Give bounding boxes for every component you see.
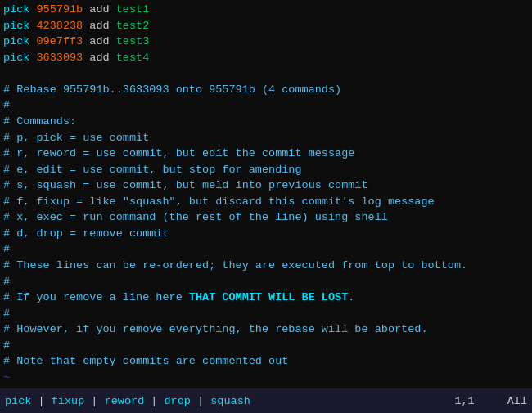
editor-line: # p, pick = use commit	[3, 130, 529, 146]
editor-line: #	[3, 274, 529, 290]
code-editor[interactable]: pick 955791b add test1pick 4238238 add t…	[0, 0, 532, 388]
editor-line: pick 3633093 add test4	[3, 50, 529, 66]
editor-line: # f, fixup = like "squash", but discard …	[3, 194, 529, 210]
editor-line: # Note that empty commits are commented …	[3, 353, 529, 370]
editor-line: # Rebase 955791b..3633093 onto 955791b (…	[3, 82, 529, 98]
editor-line: #	[3, 241, 529, 258]
scroll-position: All	[507, 395, 527, 407]
editor-line: # d, drop = remove commit	[3, 226, 529, 242]
statusbar-position: 1,1 All	[454, 395, 527, 407]
statusbar-commands: pick | fixup | reword | drop | squash	[5, 395, 454, 407]
editor-line: # x, exec = run command (the rest of the…	[3, 209, 529, 226]
editor-line	[3, 65, 529, 82]
editor-line: # Commands:	[3, 114, 529, 130]
editor-line: pick 955791b add test1	[3, 2, 529, 18]
editor-line: #	[3, 306, 529, 322]
vim-statusbar: pick | fixup | reword | drop | squash 1,…	[0, 388, 532, 413]
editor-line: pick 09e7ff3 add test3	[3, 34, 529, 50]
editor-line: # If you remove a line here THAT COMMIT …	[3, 290, 529, 306]
editor-line: # These lines can be re-ordered; they ar…	[3, 258, 529, 274]
editor-line: pick 4238238 add test2	[3, 18, 529, 34]
editor-line: ~	[3, 370, 529, 386]
cursor-position: 1,1	[454, 395, 474, 407]
editor-line: #	[3, 338, 529, 354]
editor-line: # s, squash = use commit, but meld into …	[3, 177, 529, 194]
editor-line: # However, if you remove everything, the…	[3, 321, 529, 338]
editor-line: #	[3, 97, 529, 114]
editor-line: # e, edit = use commit, but stop for ame…	[3, 162, 529, 178]
editor-line: # r, reword = use commit, but edit the c…	[3, 146, 529, 162]
